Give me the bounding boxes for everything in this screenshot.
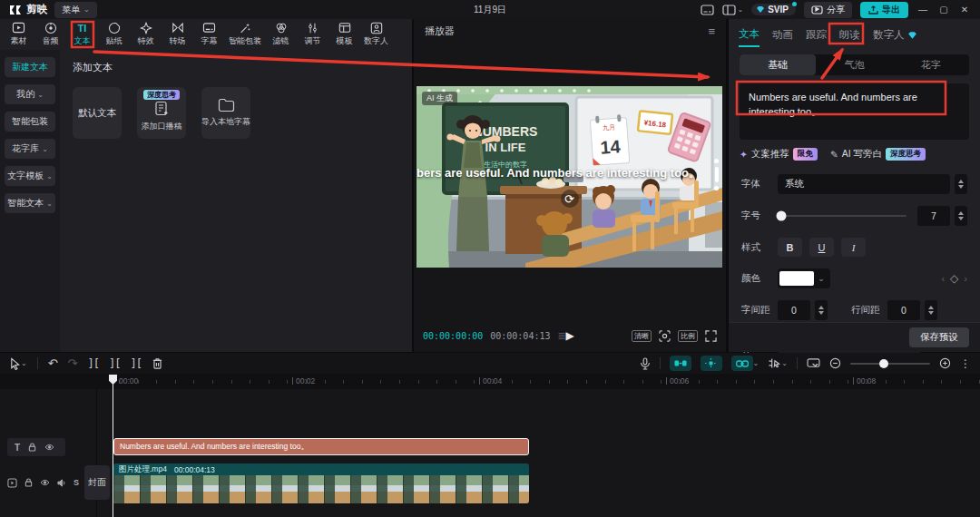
trim-left-icon[interactable]: ][ [109,357,120,370]
sidebar-item-fancy-text[interactable]: 花字库⌄ [5,139,55,159]
subtab-bubble[interactable]: 气泡 [816,54,892,75]
import-subtitle-card[interactable]: 导入本地字幕 [201,87,250,139]
cover-button[interactable]: 封面 [84,465,110,500]
lock-icon[interactable] [28,443,36,452]
underline-button[interactable]: U [809,238,834,257]
redo-button[interactable]: ↷ [68,356,78,370]
video-preview[interactable]: NUMBERS IN LIFE 生活中的数字 九月 14 ¥16.18 [416,86,722,268]
tab-transition[interactable]: 转场 [162,21,193,47]
mute-icon[interactable] [57,479,66,487]
record-voiceover-icon[interactable] [640,357,651,370]
line-spacing-stepper[interactable] [925,300,937,320]
ai-narration-button[interactable]: ✎ AI 写旁白 深度思考 [830,148,926,161]
subtitle-overlay[interactable]: bers are useful. And numbers are interes… [416,165,713,185]
bold-button[interactable]: B [778,238,802,257]
preview-axis-toggle[interactable]: ⌄ [768,357,788,369]
sidebar-item-text-template[interactable]: 文字模板⌄ [5,166,55,186]
select-tool-button[interactable]: ⌄ [9,357,27,370]
tab-sticker[interactable]: 贴纸 [98,21,130,47]
tab-audio[interactable]: 音频 [34,21,66,47]
font-size-slider[interactable] [778,215,906,217]
more-options-icon[interactable]: ⋮ [960,357,971,370]
fullscreen-icon[interactable] [705,330,717,342]
subtitle-handle-bar[interactable] [715,167,719,182]
tab-digital-human-props[interactable]: 数字人 [873,28,917,46]
font-select[interactable]: 系统 [778,174,950,194]
sidebar-item-smart-text[interactable]: 智能文本⌄ [5,193,55,213]
prev-style-arrow[interactable]: ‹ [941,273,945,284]
font-size-value[interactable]: 7 [917,206,950,226]
tab-effects[interactable]: 特效 [130,21,162,47]
eye-icon[interactable] [40,479,50,486]
subtitle-view-icon[interactable] [701,5,714,15]
save-preset-button[interactable]: 保存预设 [909,327,969,347]
undo-button[interactable]: ↶ [48,356,58,370]
maximize-button[interactable]: ▢ [937,5,950,15]
subtitle-handle-dot[interactable] [714,186,719,190]
style-diamond-icon[interactable]: ◇ [950,272,958,285]
delete-button[interactable] [152,357,163,370]
timeline-zoom-slider[interactable] [850,363,930,365]
solo-toggle[interactable]: S [74,478,79,487]
play-button[interactable]: ▶ [565,329,573,342]
color-picker[interactable]: ⌄ [778,268,830,288]
letter-spacing-stepper[interactable] [815,300,828,320]
split-icon[interactable]: ][ [88,357,99,370]
sidebar-item-new-text[interactable]: 新建文本 [5,57,55,77]
tab-text[interactable]: TI 文本 [66,21,98,47]
video-clip[interactable]: 图片处理.mp4 00:00:04:13 [113,463,529,503]
playhead[interactable] [113,375,113,517]
tab-tracking[interactable]: 跟踪 [806,28,827,46]
tab-smart-package[interactable]: 智能包装 [225,21,265,47]
text-track-header: T [7,438,65,456]
font-size-stepper[interactable] [955,206,967,226]
ruler-label: 00:06 [666,376,689,385]
subtab-basic[interactable]: 基础 [740,54,816,75]
add-speech-script-card[interactable]: 深度思考 添加口播稿 [137,87,186,139]
linkage-toggle[interactable]: ⌄ [731,356,760,371]
auto-snap-toggle[interactable] [701,356,722,371]
ratio-button[interactable]: 比例 [678,330,698,342]
frame-list-icon[interactable]: ≣ [557,330,565,342]
text-clip[interactable]: Numbers are useful. And numbers are inte… [113,438,529,455]
player-menu-icon[interactable]: ≡ [708,24,715,38]
focus-icon[interactable] [659,330,671,342]
menu-button[interactable]: 菜单 ⌄ [54,2,97,18]
zoom-in-icon[interactable] [939,357,951,369]
minimize-button[interactable]: — [916,5,929,15]
close-button[interactable]: ✕ [958,5,971,15]
tab-read-aloud[interactable]: 朗读 [839,28,860,46]
tab-digital-human[interactable]: 数字人 [360,21,392,47]
tab-captions[interactable]: 字幕 [193,21,225,47]
next-style-arrow[interactable]: › [964,273,967,284]
text-content-input[interactable]: Numbers are useful. And numbers are inte… [740,83,969,140]
share-button[interactable]: 分享 [804,2,852,18]
eye-icon[interactable] [44,444,54,451]
subtab-fancy[interactable]: 花字 [893,54,969,75]
tab-text-props[interactable]: 文本 [739,27,760,47]
timeline-ruler[interactable]: 00:00 00:02 00:04 00:06 00:08 [0,374,980,389]
tab-media[interactable]: 素材 [3,21,34,47]
tab-template[interactable]: 模板 [328,21,360,47]
copy-suggest-button[interactable]: ✦ 文案推荐 限免 [740,148,818,161]
trim-right-icon[interactable]: ][ [130,357,141,370]
quality-button[interactable]: 清晰 [632,330,652,342]
lock-icon[interactable] [24,478,33,487]
tab-adjust[interactable]: 调节 [297,21,328,47]
svip-badge[interactable]: SVIP [751,4,796,15]
tab-animation[interactable]: 动画 [772,28,793,46]
sidebar-item-mine[interactable]: 我的⌄ [5,84,55,104]
preview-window-icon[interactable] [807,358,820,369]
zoom-out-icon[interactable] [829,357,841,369]
tab-filters[interactable]: 滤镜 [265,21,297,47]
line-spacing-value[interactable]: 0 [887,300,920,320]
subtitle-handle-dot[interactable] [714,159,719,163]
export-button[interactable]: 导出 [860,2,908,18]
layout-switch-button[interactable]: ⌄ [722,5,744,15]
letter-spacing-value[interactable]: 0 [778,300,810,320]
sidebar-item-smart-package[interactable]: 智能包装 [5,112,55,132]
font-stepper[interactable] [955,174,967,194]
italic-button[interactable]: I [841,238,866,257]
main-track-magnet-toggle[interactable] [670,356,691,371]
default-text-card[interactable]: 默认文本 [73,87,122,139]
